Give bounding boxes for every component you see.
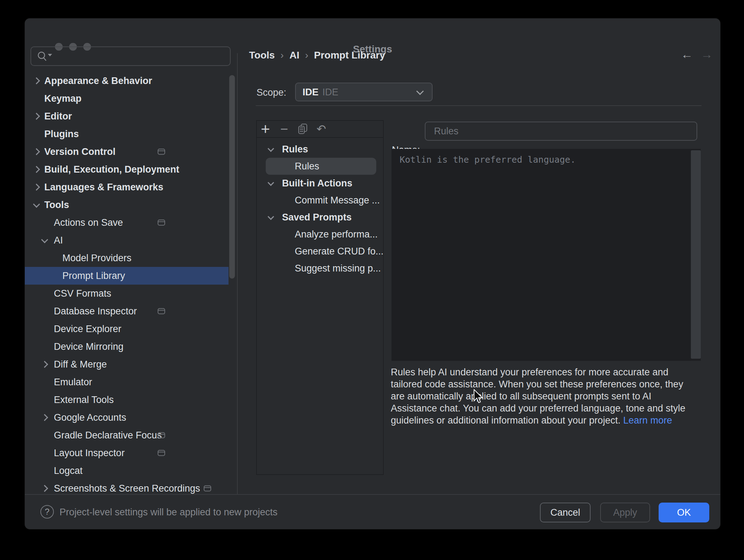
sidebar-item-build-execution-deployment[interactable]: Build, Execution, Deployment xyxy=(25,161,237,178)
sidebar-item-label: Tools xyxy=(44,200,69,211)
tree-item-analyze-performa[interactable]: Analyze performa... xyxy=(257,226,383,243)
panel-divider xyxy=(237,53,238,494)
forward-arrow-icon[interactable]: → xyxy=(701,48,713,60)
sidebar-item-device-mirroring[interactable]: Device Mirroring xyxy=(25,338,237,355)
sidebar-item-device-explorer[interactable]: Device Explorer xyxy=(25,320,237,338)
chevron-down-icon[interactable] xyxy=(267,213,274,220)
chevron-right-icon[interactable] xyxy=(33,77,40,84)
sidebar-item-label: Prompt Library xyxy=(62,270,125,281)
tree-row-label: Suggest missing p... xyxy=(295,263,381,274)
name-field-value: Rules xyxy=(434,126,458,137)
breadcrumb-ai[interactable]: AI xyxy=(289,50,299,61)
chevron-right-icon[interactable] xyxy=(41,361,48,368)
sidebar-item-label: Plugins xyxy=(44,129,79,140)
apply-button[interactable]: Apply xyxy=(600,503,650,522)
sidebar-item-label: Screenshots & Screen Recordings xyxy=(54,483,200,494)
sidebar-item-layout-inspector[interactable]: Layout Inspector xyxy=(25,444,237,462)
back-arrow-icon[interactable]: ← xyxy=(681,48,693,60)
editor-scrollbar[interactable] xyxy=(691,150,701,359)
scope-dropdown[interactable]: IDE IDE xyxy=(295,83,433,101)
help-icon[interactable]: ? xyxy=(40,505,54,519)
cancel-button[interactable]: Cancel xyxy=(540,503,591,522)
tree-row-label: Saved Prompts xyxy=(282,212,352,223)
sidebar-item-model-providers[interactable]: Model Providers xyxy=(25,249,237,267)
tree-group-built-in-actions[interactable]: Built-in Actions xyxy=(257,175,383,192)
sidebar-item-ai[interactable]: AI xyxy=(25,231,237,249)
sidebar-item-external-tools[interactable]: External Tools xyxy=(25,391,237,409)
tree-group-saved-prompts[interactable]: Saved Prompts xyxy=(257,209,383,226)
chevron-right-icon[interactable] xyxy=(33,113,40,120)
tree-item-generate-crud-fo[interactable]: Generate CRUD fo... xyxy=(257,243,383,260)
settings-window: Settings Appearance & BehaviorKeymapEdit… xyxy=(25,18,720,529)
chevron-down-icon xyxy=(416,88,424,95)
tree-item-suggest-missing-p[interactable]: Suggest missing p... xyxy=(257,260,383,277)
chevron-right-icon[interactable] xyxy=(41,414,48,421)
chevron-right-icon[interactable] xyxy=(33,184,40,191)
chevron-down-icon[interactable] xyxy=(41,236,48,243)
sidebar-item-database-inspector[interactable]: Database Inspector xyxy=(25,302,237,320)
prompt-editor-content: Kotlin is the preferred language. xyxy=(400,155,576,165)
breadcrumb-tools[interactable]: Tools xyxy=(249,50,275,61)
tree-item-commit-message[interactable]: Commit Message ... xyxy=(257,192,383,209)
remove-icon[interactable]: − xyxy=(277,121,291,137)
sidebar-item-label: Database Inspector xyxy=(54,306,137,317)
scope-value: IDE xyxy=(303,86,319,97)
breadcrumb-separator: › xyxy=(281,50,284,61)
sidebar-item-label: External Tools xyxy=(54,394,114,405)
breadcrumb-prompt-library[interactable]: Prompt Library xyxy=(314,50,385,61)
sidebar-item-label: CSV Formats xyxy=(54,288,111,299)
sidebar-item-languages-frameworks[interactable]: Languages & Frameworks xyxy=(25,178,237,196)
sidebar-item-label: Languages & Frameworks xyxy=(44,182,163,193)
prompt-editor[interactable]: Kotlin is the preferred language. xyxy=(391,149,701,361)
sidebar-item-prompt-library[interactable]: Prompt Library xyxy=(25,267,229,285)
duplicate-icon[interactable] xyxy=(296,121,310,137)
name-field[interactable]: Rules xyxy=(425,122,697,141)
add-icon[interactable]: + xyxy=(258,121,272,137)
tree-group-rules[interactable]: Rules xyxy=(257,141,383,158)
chevron-down-icon[interactable] xyxy=(267,179,274,186)
sidebar-item-label: Emulator xyxy=(54,377,92,388)
undo-icon[interactable]: ↶ xyxy=(314,121,328,137)
sidebar-item-csv-formats[interactable]: CSV Formats xyxy=(25,285,237,302)
sidebar-item-keymap[interactable]: Keymap xyxy=(25,90,237,107)
chevron-right-icon[interactable] xyxy=(33,166,40,173)
project-level-icon xyxy=(158,308,165,314)
sidebar-item-appearance-behavior[interactable]: Appearance & Behavior xyxy=(25,72,237,90)
sidebar-item-tools[interactable]: Tools xyxy=(25,196,237,214)
sidebar-item-label: Diff & Merge xyxy=(54,359,107,370)
chevron-right-icon[interactable] xyxy=(41,485,48,492)
chevron-down-icon[interactable] xyxy=(267,145,274,152)
prompt-tree-panel: + − ↶ RulesRulesBuilt-in ActionsCommit M… xyxy=(256,120,384,475)
sidebar-item-emulator[interactable]: Emulator xyxy=(25,373,237,391)
mouse-cursor xyxy=(473,389,484,404)
project-level-icon xyxy=(158,220,165,226)
sidebar-item-diff-merge[interactable]: Diff & Merge xyxy=(25,355,237,373)
sidebar-item-label: AI xyxy=(54,235,63,246)
sidebar-item-label: Gradle Declarative Focus xyxy=(54,430,162,441)
sidebar-item-actions-on-save[interactable]: Actions on Save xyxy=(25,214,237,231)
tree-item-rules[interactable]: Rules xyxy=(257,158,383,175)
breadcrumb-separator: › xyxy=(305,50,308,61)
sidebar-item-logcat[interactable]: Logcat xyxy=(25,462,237,480)
breadcrumb: Tools›AI›Prompt Library xyxy=(249,49,385,62)
learn-more-link[interactable]: Learn more xyxy=(623,415,672,426)
chevron-down-icon[interactable] xyxy=(33,201,40,208)
project-level-icon xyxy=(158,450,165,456)
chevron-right-icon[interactable] xyxy=(33,148,40,155)
sidebar-scrollbar[interactable] xyxy=(229,75,235,279)
sidebar-item-plugins[interactable]: Plugins xyxy=(25,125,237,143)
sidebar-list: Appearance & BehaviorKeymapEditorPlugins… xyxy=(25,18,237,494)
sidebar-item-label: Logcat xyxy=(54,465,83,476)
sidebar-item-editor[interactable]: Editor xyxy=(25,107,237,125)
sidebar-item-version-control[interactable]: Version Control xyxy=(25,143,237,161)
sidebar-item-label: Layout Inspector xyxy=(54,448,125,459)
sidebar-item-google-accounts[interactable]: Google Accounts xyxy=(25,409,237,426)
sidebar-item-label: Actions on Save xyxy=(54,217,123,228)
ok-button[interactable]: OK xyxy=(659,503,709,522)
sidebar-item-label: Model Providers xyxy=(62,253,131,264)
sidebar-item-gradle-declarative-focus[interactable]: Gradle Declarative Focus xyxy=(25,426,237,444)
tree-selection-highlight xyxy=(266,158,376,175)
sidebar-item-label: Google Accounts xyxy=(54,412,126,423)
tree-row-label: Generate CRUD fo... xyxy=(295,246,384,257)
sidebar-item-label: Version Control xyxy=(44,146,115,157)
